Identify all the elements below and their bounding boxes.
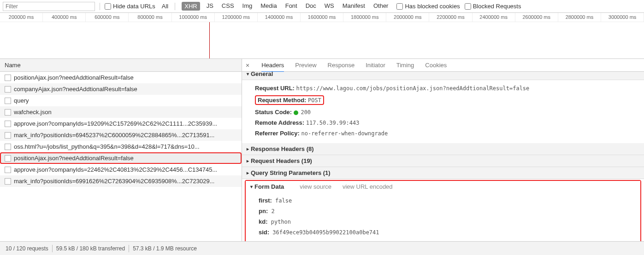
filter-css[interactable]: CSS bbox=[220, 2, 236, 11]
request-name: positionAjax.json?needAddtionalResult=fa… bbox=[14, 74, 134, 81]
file-icon bbox=[5, 167, 11, 173]
form-data-field: pn: 2 bbox=[254, 206, 640, 216]
blocked-requests-input[interactable] bbox=[465, 3, 471, 10]
form-data-header[interactable]: Form Data view source view URL encoded bbox=[246, 181, 640, 192]
detail-body: General Request URL: https://www.lagou.c… bbox=[242, 72, 644, 241]
section-general-label: General bbox=[251, 72, 273, 77]
tab-headers[interactable]: Headers bbox=[261, 59, 284, 72]
filter-js[interactable]: JS bbox=[205, 2, 215, 11]
filter-ws[interactable]: WS bbox=[323, 2, 336, 11]
separator bbox=[175, 3, 175, 10]
request-name: companyAjax.json?needAddtionalResult=fal… bbox=[14, 86, 137, 93]
timeline-tick: 1600000 ms bbox=[301, 13, 343, 22]
timeline-tick: 2600000 ms bbox=[515, 13, 558, 22]
filter-media[interactable]: Media bbox=[259, 2, 278, 11]
request-url-label: Request URL: bbox=[255, 85, 295, 92]
separator bbox=[100, 3, 100, 10]
request-method-row: Request Method: POST bbox=[250, 93, 644, 107]
hide-data-urls-input[interactable] bbox=[105, 3, 111, 10]
file-icon bbox=[5, 178, 11, 185]
view-source-link[interactable]: view source bbox=[300, 183, 331, 190]
response-headers-label: Response Headers (8) bbox=[251, 145, 314, 152]
filter-doc[interactable]: Doc bbox=[304, 2, 318, 11]
request-method-label: Request Method: bbox=[258, 97, 306, 104]
request-name: oss.html?u=/jobs/list_python&q=395&n=398… bbox=[14, 143, 200, 150]
timeline-tick: 2400000 ms bbox=[473, 13, 515, 22]
type-filters: All XHRJSCSSImgMediaFontDocWSManifestOth… bbox=[160, 1, 392, 11]
form-data-field: first: false bbox=[254, 195, 640, 206]
timeline-tick: 2800000 ms bbox=[558, 13, 601, 22]
form-data-key: kd: bbox=[259, 218, 268, 225]
form-data-value: 36f49ece93b04095b99022100a0be741 bbox=[269, 229, 379, 236]
table-row[interactable]: approve.json?companyIds=22462%2C40813%2C… bbox=[0, 164, 242, 175]
table-row[interactable]: positionAjax.json?needAddtionalResult=fa… bbox=[0, 72, 242, 83]
request-name: wafcheck.json bbox=[14, 109, 52, 116]
form-data-body: first: falsepn: 2kd: pythonsid: 36f49ece… bbox=[246, 192, 640, 241]
filter-manifest[interactable]: Manifest bbox=[341, 2, 367, 11]
remote-address-row: Remote Address: 117.50.39.99:443 bbox=[250, 117, 644, 128]
timeline-tick: 1400000 ms bbox=[258, 13, 301, 22]
form-data-value: python bbox=[268, 219, 291, 225]
table-row[interactable]: companyAjax.json?needAddtionalResult=fal… bbox=[0, 83, 242, 95]
tab-preview[interactable]: Preview bbox=[295, 59, 316, 72]
filter-input[interactable] bbox=[3, 2, 95, 11]
timeline-tick: 3000000 ms bbox=[601, 13, 644, 22]
status-dot-icon bbox=[294, 110, 298, 115]
has-blocked-cookies-label: Has blocked cookies bbox=[405, 3, 460, 10]
hide-data-urls-checkbox[interactable]: Hide data URLs bbox=[105, 3, 155, 10]
timeline-overview[interactable]: 200000 ms400000 ms600000 ms800000 ms1000… bbox=[0, 13, 644, 59]
form-data-key: pn: bbox=[259, 208, 268, 214]
filter-xhr[interactable]: XHR bbox=[182, 2, 200, 11]
referrer-policy-value: no-referrer-when-downgrade bbox=[301, 130, 388, 137]
status-resources: 57.3 kB / 1.9 MB resource bbox=[133, 245, 197, 252]
has-blocked-cookies-checkbox[interactable]: Has blocked cookies bbox=[396, 3, 460, 10]
table-row[interactable]: approve.json?companyIds=19209%2C157269%2… bbox=[0, 118, 242, 129]
file-icon bbox=[5, 121, 11, 127]
section-query-string[interactable]: Query String Parameters (1) bbox=[242, 167, 644, 179]
close-icon[interactable]: × bbox=[245, 62, 250, 69]
tab-initiator[interactable]: Initiator bbox=[366, 59, 385, 72]
section-general[interactable]: General bbox=[242, 72, 644, 80]
table-row[interactable]: mark_info?positionIds=6991626%2C7263904%… bbox=[0, 175, 242, 187]
status-transferred: 59.5 kB / 180 kB transferred bbox=[56, 245, 125, 252]
request-list-header[interactable]: Name bbox=[0, 59, 242, 72]
status-code-label: Status Code: bbox=[255, 109, 292, 116]
table-row[interactable]: wafcheck.json bbox=[0, 106, 242, 118]
file-icon bbox=[5, 155, 11, 162]
table-row[interactable]: positionAjax.json?needAddtionalResult=fa… bbox=[0, 152, 242, 164]
blocked-requests-checkbox[interactable]: Blocked Requests bbox=[465, 3, 521, 10]
remote-address-value: 117.50.39.99:443 bbox=[306, 120, 360, 126]
has-blocked-cookies-input[interactable] bbox=[396, 3, 403, 10]
form-data-key: first: bbox=[259, 197, 272, 204]
request-name: approve.json?companyIds=19209%2C157269%2… bbox=[14, 120, 217, 127]
section-request-headers[interactable]: Request Headers (19) bbox=[242, 155, 644, 167]
filter-other[interactable]: Other bbox=[372, 2, 390, 11]
file-icon bbox=[5, 86, 11, 93]
hide-data-urls-label: Hide data URLs bbox=[113, 3, 155, 10]
timeline-tick: 200000 ms bbox=[0, 13, 43, 22]
file-icon bbox=[5, 144, 11, 150]
query-string-label: Query String Parameters (1) bbox=[251, 169, 331, 176]
table-row[interactable]: mark_info?positionIds=6945237%2C6000059%… bbox=[0, 129, 242, 141]
table-row[interactable]: oss.html?u=/jobs/list_python&q=395&n=398… bbox=[0, 141, 242, 152]
tab-timing[interactable]: Timing bbox=[396, 59, 414, 72]
separator bbox=[129, 245, 129, 252]
separator bbox=[52, 245, 53, 252]
timeline-tick: 2200000 ms bbox=[429, 13, 472, 22]
form-data-value: false bbox=[272, 197, 292, 204]
filter-all[interactable]: All bbox=[160, 2, 170, 10]
timeline-tick: 1800000 ms bbox=[343, 13, 386, 22]
section-response-headers[interactable]: Response Headers (8) bbox=[242, 143, 644, 155]
timeline-tick: 1200000 ms bbox=[215, 13, 258, 22]
view-url-encoded-link[interactable]: view URL encoded bbox=[343, 183, 393, 190]
timeline-tick: 1000000 ms bbox=[172, 13, 215, 22]
request-url-row: Request URL: https://www.lagou.com/jobs/… bbox=[250, 83, 644, 93]
table-row[interactable]: query bbox=[0, 95, 242, 106]
file-icon bbox=[5, 75, 11, 81]
filter-img[interactable]: Img bbox=[241, 2, 254, 11]
form-data-field: kd: python bbox=[254, 216, 640, 227]
status-code-row: Status Code: 200 bbox=[250, 107, 644, 117]
tab-cookies[interactable]: Cookies bbox=[425, 59, 447, 72]
tab-response[interactable]: Response bbox=[328, 59, 355, 72]
filter-font[interactable]: Font bbox=[284, 2, 299, 11]
